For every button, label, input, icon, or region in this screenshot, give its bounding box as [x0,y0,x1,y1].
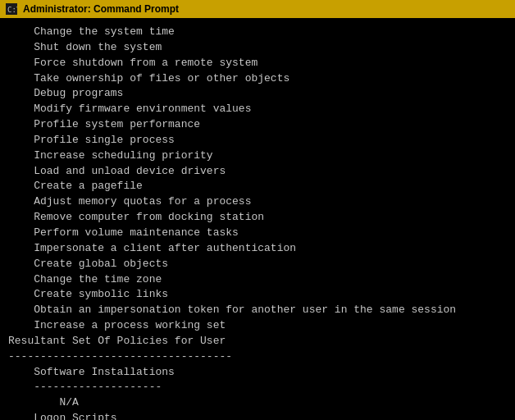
console-line: Change the time zone [8,272,507,288]
console-line: -------------------- [8,380,507,395]
console-line: Change the system time [8,25,507,40]
console-line: Perform volume maintenance tasks [8,226,507,241]
console-line: Obtain an impersonation token for anothe… [8,303,507,318]
title-bar: C:\ Administrator: Command Prompt [0,0,515,18]
console-line: Adjust memory quotas for a process [8,194,507,210]
console-line: Increase scheduling priority [8,148,507,164]
console-line: Remove computer from docking station [8,210,507,226]
console-line: Take ownership of files or other objects [8,71,507,87]
cmd-icon: C:\ [5,2,18,16]
console-line: Profile single process [8,133,507,148]
console-line: Profile system performance [8,117,507,133]
svg-text:C:\: C:\ [7,6,17,14]
console-line: N/A [8,395,507,411]
console-line: Load and unload device drivers [8,164,507,180]
console-line: Create global objects [8,257,507,272]
console-line: Modify firmware environment values [8,102,507,117]
console-line: Logon Scripts [8,411,507,420]
console-line: Create a pagefile [8,179,507,194]
console-line: Resultant Set Of Policies for User [8,334,507,349]
window-title: Administrator: Command Prompt [23,3,179,15]
console-line: Software Installations [8,365,507,381]
console-line: Increase a process working set [8,318,507,334]
console-line: Impersonate a client after authenticatio… [8,241,507,257]
console-body: Change the system time Shut down the sys… [0,18,515,420]
console-line: Force shutdown from a remote system [8,56,507,71]
console-line: ----------------------------------- [8,349,507,365]
console-line: Shut down the system [8,40,507,56]
console-line: Create symbolic links [8,287,507,303]
console-line: Debug programs [8,86,507,102]
